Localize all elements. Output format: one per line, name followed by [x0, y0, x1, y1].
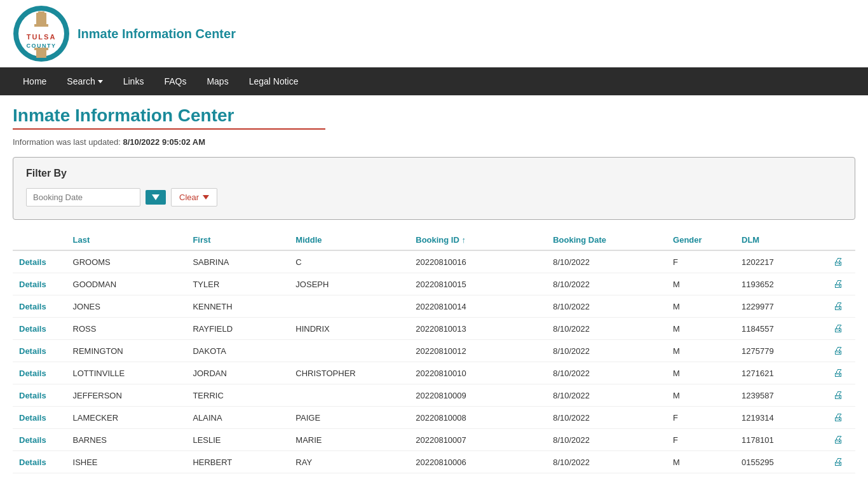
booking-date-cell: 8/10/2022 [546, 451, 667, 473]
nav-maps[interactable]: Maps [196, 67, 238, 95]
print-icon[interactable]: 🖨 [833, 367, 843, 378]
table-row: Details REMINGTON DAKOTA 20220810012 8/1… [13, 340, 855, 362]
first-name-cell: JORDAN [186, 362, 289, 384]
filter-box: Filter By Clear [13, 157, 855, 220]
col-header-booking-id[interactable]: Booking ID ↑ [409, 230, 546, 250]
print-cell: 🖨 [821, 273, 855, 295]
col-header-last[interactable]: Last [67, 230, 187, 250]
gender-cell: M [667, 318, 735, 340]
clear-button-label: Clear [179, 193, 199, 202]
first-name-cell: TYLER [186, 273, 289, 295]
col-header-booking-date[interactable]: Booking Date [546, 230, 667, 250]
nav-legal-notice[interactable]: Legal Notice [239, 67, 309, 95]
booking-id-cell: 20220810006 [409, 451, 546, 473]
print-cell: 🖨 [821, 340, 855, 362]
svg-rect-2 [36, 13, 46, 25]
details-cell: Details [13, 318, 67, 340]
svg-text:TULSA: TULSA [27, 33, 57, 41]
col-header-middle[interactable]: Middle [289, 230, 409, 250]
first-name-cell: SABRINA [186, 250, 289, 273]
table-row: Details ISHEE HERBERT RAY 20220810006 8/… [13, 451, 855, 473]
svg-rect-3 [34, 24, 48, 27]
dlm-cell: 1219314 [735, 407, 821, 429]
print-icon[interactable]: 🖨 [833, 434, 843, 445]
details-link[interactable]: Details [19, 391, 46, 400]
clear-funnel-icon [203, 195, 209, 200]
table-row: Details LAMECKER ALAINA PAIGE 2022081000… [13, 407, 855, 429]
gender-cell: M [667, 295, 735, 318]
print-cell: 🖨 [821, 407, 855, 429]
svg-rect-8 [34, 48, 48, 50]
dlm-cell: 1184557 [735, 318, 821, 340]
print-cell: 🖨 [821, 451, 855, 473]
print-cell: 🖨 [821, 384, 855, 407]
details-link[interactable]: Details [19, 458, 46, 467]
booking-id-cell: 20220810016 [409, 250, 546, 273]
nav-search[interactable]: Search [57, 67, 112, 95]
col-header-gender[interactable]: Gender [667, 230, 735, 250]
dlm-cell: 1178101 [735, 429, 821, 451]
nav-links[interactable]: Links [113, 67, 154, 95]
details-cell: Details [13, 429, 67, 451]
col-header-action [13, 230, 67, 250]
nav-faqs[interactable]: FAQs [154, 67, 196, 95]
table-row: Details BARNES LESLIE MARIE 20220810007 … [13, 429, 855, 451]
last-updated-bar: Information was last updated: 8/10/2022 … [0, 132, 868, 152]
clear-button[interactable]: Clear [171, 188, 217, 207]
booking-id-cell: 20220810012 [409, 340, 546, 362]
last-name-cell: JEFFERSON [67, 384, 187, 407]
first-name-cell: DAKOTA [186, 340, 289, 362]
details-link[interactable]: Details [19, 302, 46, 311]
booking-date-cell: 8/10/2022 [546, 384, 667, 407]
col-header-first[interactable]: First [186, 230, 289, 250]
print-cell: 🖨 [821, 429, 855, 451]
print-icon[interactable]: 🖨 [833, 412, 843, 423]
middle-name-cell [289, 295, 409, 318]
middle-name-cell: RAY [289, 451, 409, 473]
details-link[interactable]: Details [19, 435, 46, 445]
print-icon[interactable]: 🖨 [833, 323, 843, 334]
middle-name-cell: MARIE [289, 429, 409, 451]
details-cell: Details [13, 384, 67, 407]
table-row: Details LOTTINVILLE JORDAN CHRISTOPHER 2… [13, 362, 855, 384]
print-icon[interactable]: 🖨 [833, 301, 843, 311]
last-name-cell: JONES [67, 295, 187, 318]
details-link[interactable]: Details [19, 413, 46, 423]
page-title: Inmate Information Center [13, 105, 855, 126]
booking-id-cell: 20220810010 [409, 362, 546, 384]
booking-date-cell: 8/10/2022 [546, 362, 667, 384]
filter-button[interactable] [146, 190, 166, 205]
details-cell: Details [13, 273, 67, 295]
last-name-cell: ROSS [67, 318, 187, 340]
details-link[interactable]: Details [19, 346, 46, 356]
inmate-table: Last First Middle Booking ID ↑ Booking D… [13, 230, 855, 473]
details-link[interactable]: Details [19, 257, 46, 267]
details-cell: Details [13, 407, 67, 429]
first-name-cell: ALAINA [186, 407, 289, 429]
dlm-cell: 0155295 [735, 451, 821, 473]
col-header-dlm[interactable]: DLM [735, 230, 821, 250]
booking-date-cell: 8/10/2022 [546, 407, 667, 429]
details-link[interactable]: Details [19, 369, 46, 378]
print-icon[interactable]: 🖨 [833, 456, 843, 467]
first-name-cell: TERRIC [186, 384, 289, 407]
booking-date-input[interactable] [26, 188, 140, 207]
nav-home[interactable]: Home [13, 67, 57, 95]
main-navbar: Home Search Links FAQs Maps Legal Notice [0, 67, 868, 95]
print-icon[interactable]: 🖨 [833, 390, 843, 400]
middle-name-cell [289, 384, 409, 407]
page-title-area: Inmate Information Center [0, 95, 868, 132]
print-cell: 🖨 [821, 318, 855, 340]
details-link[interactable]: Details [19, 280, 46, 289]
details-link[interactable]: Details [19, 324, 46, 334]
print-icon[interactable]: 🖨 [833, 345, 843, 356]
last-name-cell: REMINGTON [67, 340, 187, 362]
last-name-cell: LAMECKER [67, 407, 187, 429]
table-header: Last First Middle Booking ID ↑ Booking D… [13, 230, 855, 250]
print-icon[interactable]: 🖨 [833, 256, 843, 267]
print-icon[interactable]: 🖨 [833, 278, 843, 289]
middle-name-cell: CHRISTOPHER [289, 362, 409, 384]
dlm-cell: 1229977 [735, 295, 821, 318]
dlm-cell: 1239587 [735, 384, 821, 407]
gender-cell: F [667, 429, 735, 451]
